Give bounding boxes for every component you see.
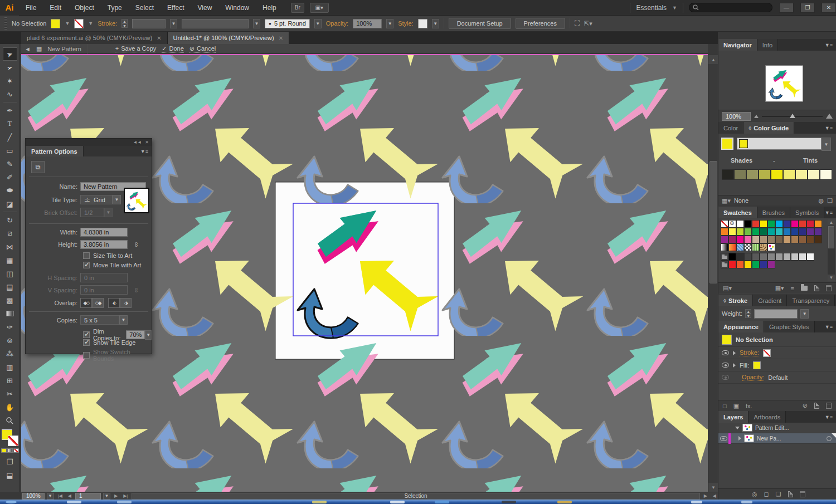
taskbar-item[interactable] [390, 501, 405, 503]
style-link[interactable]: Style: [398, 20, 414, 27]
new-sublayer-icon[interactable]: ❏ [776, 491, 781, 498]
pattern-tile-artwork[interactable] [769, 67, 801, 99]
swatch[interactable] [721, 228, 728, 236]
panel-menu-icon[interactable]: ▼≡ [825, 42, 836, 48]
stroke-attribute-link[interactable]: Stroke: [740, 349, 759, 356]
stroke-weight-value[interactable] [132, 19, 166, 28]
swatch[interactable] [795, 169, 808, 180]
eyedropper-tool[interactable]: ✑ [3, 320, 17, 334]
scroll-left-icon[interactable]: ◀ [711, 493, 718, 498]
swatch[interactable] [783, 236, 791, 243]
chevron-down-icon[interactable]: ▼ [119, 315, 128, 325]
taskbar-item[interactable] [312, 501, 327, 503]
blue-curved-arrow[interactable] [127, 203, 135, 211]
visibility-eye-icon[interactable] [722, 363, 729, 368]
expand-icon[interactable] [738, 436, 741, 441]
swatch[interactable] [760, 243, 767, 251]
navigator-preview[interactable] [765, 65, 803, 102]
delete-layer-icon[interactable] [800, 491, 805, 497]
height-input[interactable]: 3.8056 in [80, 240, 128, 249]
swatch[interactable] [744, 220, 752, 228]
workspace-switcher[interactable]: Essentials [636, 4, 667, 12]
move-tile-checkbox[interactable] [83, 262, 90, 268]
swatch[interactable] [722, 169, 734, 180]
tile-type-select[interactable]: ᆂGrid [80, 195, 113, 204]
scroll-up-icon[interactable]: ▲ [828, 219, 835, 226]
swatch[interactable] [728, 261, 736, 268]
menu-object[interactable]: Object [68, 4, 101, 12]
tab-pattern-options[interactable]: Pattern Options [26, 146, 84, 156]
zoom-out-icon[interactable] [754, 115, 759, 118]
menu-view[interactable]: View [191, 4, 219, 12]
visibility-eye-icon[interactable] [720, 436, 727, 441]
swatch[interactable] [767, 261, 775, 268]
size-tile-checkbox[interactable] [83, 252, 90, 259]
swatch[interactable] [814, 220, 822, 228]
new-layer-icon[interactable] [788, 491, 793, 497]
clear-appearance-icon[interactable]: ⊘ [803, 402, 808, 409]
vertical-scrollbar[interactable]: ▲ ▼ [708, 55, 718, 492]
swatch[interactable] [744, 228, 752, 236]
tab-layers[interactable]: Layers [718, 411, 748, 423]
doc-tab-untitled[interactable]: Untitled-1* @ 100% (CMYK/Preview)✕ [168, 32, 290, 44]
swatch[interactable] [806, 253, 814, 261]
tab-artboards[interactable]: Artboards [748, 411, 786, 423]
panel-menu-icon[interactable]: ▼≡ [825, 414, 836, 420]
column-graph-tool[interactable]: ▥ [3, 360, 17, 374]
stroke-none-swatch[interactable] [763, 349, 771, 357]
swatch[interactable] [760, 228, 767, 236]
isolate-selection-icon[interactable]: ⛶ [575, 19, 580, 28]
width-tool[interactable]: ⋈ [3, 240, 17, 253]
panel-menu-icon[interactable]: ▼≡ [140, 149, 152, 154]
tab-navigator[interactable]: Navigator [718, 39, 757, 51]
swatch[interactable] [814, 236, 822, 243]
swatch[interactable] [760, 236, 767, 243]
preferences-button[interactable]: Preferences [516, 18, 565, 29]
taskbar-item[interactable] [435, 501, 449, 503]
layer-row-pattern-edit[interactable]: Pattern Edit... [718, 423, 836, 433]
swatch[interactable] [808, 169, 820, 180]
swatch[interactable] [767, 253, 775, 261]
scroll-down-icon[interactable]: ▼ [828, 275, 835, 281]
delete-swatch-icon[interactable] [826, 285, 832, 291]
close-icon[interactable]: ✕ [279, 35, 283, 41]
weight-stepper[interactable]: ▲▼ [745, 309, 751, 318]
panel-menu-icon[interactable]: ▼≡ [825, 125, 836, 131]
swatch[interactable] [746, 169, 759, 180]
eraser-tool[interactable]: ◪ [3, 197, 17, 211]
free-transform-tool[interactable]: ▦ [3, 253, 17, 267]
swatch[interactable] [752, 220, 760, 228]
duplicate-item-icon[interactable] [814, 403, 819, 409]
swatch[interactable] [775, 236, 783, 243]
copies-select[interactable]: 5 x 5 [80, 315, 119, 325]
tab-graphic-styles[interactable]: Graphic Styles [764, 321, 815, 332]
overlap-left-front-button[interactable]: ◆◇ [80, 298, 92, 308]
tab-color[interactable]: Color [718, 122, 743, 134]
swatch[interactable] [820, 169, 832, 180]
scrollbar-thumb[interactable] [709, 161, 717, 283]
swatch[interactable] [721, 220, 728, 228]
chevron-down-icon[interactable]: ▼ [88, 21, 93, 26]
scrollbar-thumb[interactable] [828, 226, 834, 248]
chevron-down-icon[interactable]: ▼ [47, 493, 54, 500]
harmony-rule-select[interactable] [737, 138, 822, 150]
swatch[interactable] [799, 236, 806, 243]
swatch[interactable] [791, 220, 799, 228]
swatch[interactable] [783, 169, 795, 180]
overlap-bottom-front-button[interactable]: ⬗ [120, 298, 132, 308]
zoom-in-icon[interactable] [826, 114, 833, 119]
opacity-value[interactable]: 100% [353, 19, 382, 28]
locate-object-icon[interactable]: ◎ [752, 491, 757, 498]
swatch[interactable] [736, 228, 744, 236]
swatch[interactable] [791, 253, 799, 261]
shape-builder-tool[interactable]: ◫ [3, 267, 17, 280]
swatch[interactable] [783, 253, 791, 261]
opacity-link[interactable]: Opacity: [326, 20, 348, 27]
scroll-down-icon[interactable]: ▼ [708, 483, 718, 492]
windows-taskbar[interactable] [0, 500, 836, 504]
delete-item-icon[interactable] [826, 403, 832, 409]
zoom-slider-thumb[interactable] [790, 114, 795, 118]
blue-curved-arrow[interactable] [769, 88, 782, 99]
swatch[interactable] [728, 236, 736, 243]
panel-grip[interactable] [4, 17, 7, 30]
